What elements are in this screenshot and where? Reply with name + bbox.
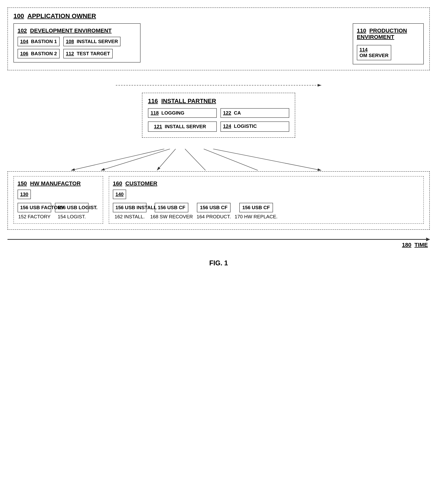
prod-env-title: 110 PRODUCTION ENVIROMENT xyxy=(357,28,420,40)
usb-logist-label: 154 LOGIST. xyxy=(58,214,86,220)
svg-line-6 xyxy=(71,149,164,170)
box140: 140 xyxy=(113,190,126,199)
customer-section: 160 CUSTOMER 140 156 USB INSTALL xyxy=(109,176,424,224)
page-container: 100 APPLICATION OWNER 102 DEVELOPMENT EN… xyxy=(8,8,430,267)
test-target-box: 112 TEST TARGET xyxy=(63,49,113,58)
usb-cf1-wrapper: 156 USB CF 168 SW RECOVER xyxy=(150,203,193,220)
usb-logist-box: 156 USB LOGIST. xyxy=(55,203,89,212)
install-server-108-box: 108 INSTALL SERVER xyxy=(63,37,121,46)
dev-env: 102 DEVELOPMENT ENVIROMENT 104 BASTION 1… xyxy=(13,23,140,63)
bottom-section: 150 HW MANUFACTOR 130 156 USB FACTORY xyxy=(8,171,430,230)
bastion2-box: 106 BASTION 2 xyxy=(18,49,60,58)
om-server-box: 114 OM SERVER xyxy=(357,45,391,60)
usb-cf3-box: 156 USB CF xyxy=(239,203,273,212)
usb-install-wrapper: 156 USB INSTALL 162 INSTALL. xyxy=(113,203,147,220)
install-partner-section: 116 INSTALL PARTNER 118 LOGGING 122 CA 1… xyxy=(142,93,295,138)
usb-logist-wrapper: 156 USB LOGIST. 154 LOGIST. xyxy=(55,203,89,220)
connector-row-1 xyxy=(8,78,430,93)
box130: 130 xyxy=(18,190,31,199)
usb-install-label: 162 INSTALL. xyxy=(115,214,145,220)
hw-manufactor: 150 HW MANUFACTOR 130 156 USB FACTORY xyxy=(13,176,103,224)
dev-env-row-1: 104 BASTION 1 108 INSTALL SERVER xyxy=(18,37,136,46)
hw-title: 150 HW MANUFACTOR xyxy=(18,180,99,187)
usb-factory-wrapper: 156 USB FACTORY 152 FACTORY xyxy=(18,203,51,220)
usb-cf1-label: 168 SW RECOVER xyxy=(150,214,193,220)
install-partner-grid: 118 LOGGING 122 CA 121 INSTALL SERVER 12… xyxy=(148,108,289,132)
customer-title: 160 CUSTOMER xyxy=(113,180,420,187)
bottom-inner: 150 HW MANUFACTOR 130 156 USB FACTORY xyxy=(13,176,424,224)
bastion1-box: 104 BASTION 1 xyxy=(18,37,60,46)
usb-install-box: 156 USB INSTALL xyxy=(113,203,147,212)
usb-cf2-label: 164 PRODUCT. xyxy=(197,214,231,220)
time-label: 180 TIME xyxy=(402,242,428,248)
time-arrow-line xyxy=(8,239,430,240)
prod-env: 110 PRODUCTION ENVIROMENT 114 OM SERVER xyxy=(353,23,424,64)
fig-label: FIG. 1 xyxy=(8,259,430,267)
arrow-area-2 xyxy=(8,149,430,171)
logging-box: 118 LOGGING xyxy=(148,108,217,118)
dev-env-title: 102 DEVELOPMENT ENVIROMENT xyxy=(18,28,136,34)
usb-cf2-box: 156 USB CF xyxy=(197,203,230,212)
install-server-121-box: 121 INSTALL SERVER xyxy=(148,122,217,132)
install-partner-wrapper: 116 INSTALL PARTNER 118 LOGGING 122 CA 1… xyxy=(8,93,430,149)
svg-line-10 xyxy=(204,149,258,170)
svg-line-11 xyxy=(213,149,321,170)
box140-wrapper: 140 xyxy=(113,190,420,199)
usb-factory-box: 156 USB FACTORY xyxy=(18,203,51,212)
customer-usb-row: 156 USB INSTALL 162 INSTALL. 156 USB CF xyxy=(113,203,420,220)
dev-env-row-2: 106 BASTION 2 112 TEST TARGET xyxy=(18,49,136,58)
usb-cf3-label: 170 HW REPLACE. xyxy=(235,214,278,220)
arrow-svg-1 xyxy=(8,78,430,93)
usb-factory-label: 152 FACTORY xyxy=(18,214,50,220)
time-arrow-container xyxy=(8,239,430,240)
usb-cf3-wrapper: 156 USB CF 170 HW REPLACE. xyxy=(235,203,278,220)
ca-box: 122 CA xyxy=(220,108,289,118)
usb-cf1-box: 156 USB CF xyxy=(155,203,188,212)
arrow-svg-2 xyxy=(8,149,430,171)
app-owner-section: 100 APPLICATION OWNER 102 DEVELOPMENT EN… xyxy=(8,8,430,70)
logistic-box: 124 LOGISTIC xyxy=(220,122,289,132)
app-owner-inner: 102 DEVELOPMENT ENVIROMENT 104 BASTION 1… xyxy=(13,23,424,64)
box130-wrapper: 130 xyxy=(18,190,99,199)
usb-cf2-wrapper: 156 USB CF 164 PRODUCT. xyxy=(197,203,231,220)
install-partner-title: 116 INSTALL PARTNER xyxy=(148,98,289,105)
main-diagram: 100 APPLICATION OWNER 102 DEVELOPMENT EN… xyxy=(8,8,430,267)
time-section: 180 TIME xyxy=(8,239,430,248)
dev-env-rows: 104 BASTION 1 108 INSTALL SERVER 106 xyxy=(18,37,136,58)
svg-line-9 xyxy=(185,149,206,170)
hw-usb-row: 156 USB FACTORY 152 FACTORY 156 USB LOGI… xyxy=(18,203,99,220)
app-owner-title: 100 APPLICATION OWNER xyxy=(13,12,424,19)
